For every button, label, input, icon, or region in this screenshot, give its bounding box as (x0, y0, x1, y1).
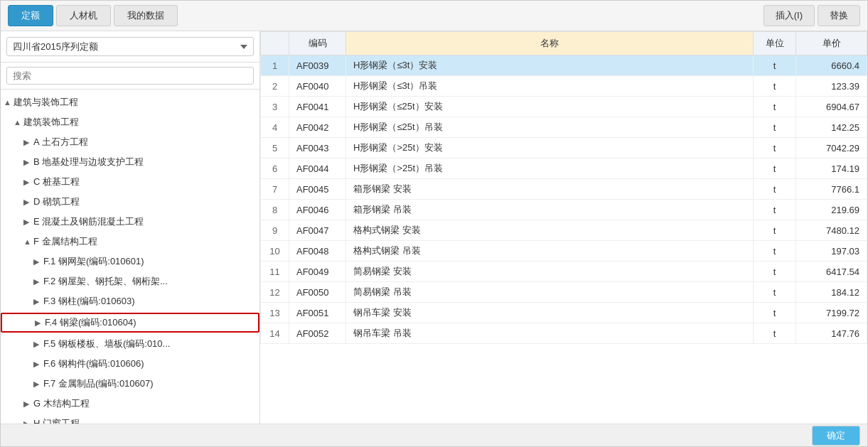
tree-label-F3[interactable]: ▶F.3 钢柱(编码:010603) (1, 293, 259, 310)
dropdown-area: 四川省2015序列定额 (1, 31, 259, 63)
row-num: 5 (261, 138, 289, 158)
table-row[interactable]: 10AF0048格构式钢梁 吊装t197.03 (261, 241, 867, 262)
row-num: 7 (261, 179, 289, 200)
tab-quota[interactable]: 定额 (8, 5, 53, 26)
tree-label-C[interactable]: ▶C 桩基工程 (1, 173, 259, 190)
tree-label-G[interactable]: ▶G 木结构工程 (1, 395, 259, 412)
row-name: 箱形钢梁 安装 (346, 179, 754, 200)
tree-text-jianzhu: 建筑与装饰工程 (14, 96, 78, 109)
tab-mydata[interactable]: 我的数据 (114, 5, 178, 26)
tree-label-F5[interactable]: ▶F.5 钢板楼板、墙板(编码:010... (1, 335, 259, 352)
replace-button[interactable]: 替换 (818, 5, 860, 26)
tree-label-E[interactable]: ▶E 混凝土及钢筋混凝土工程 (1, 213, 259, 230)
tree-text-A: A 土石方工程 (33, 136, 88, 149)
row-name: H形钢梁（≤3t）吊装 (346, 76, 754, 97)
row-unit: t (754, 117, 796, 138)
row-code: AF0052 (289, 323, 346, 344)
row-price: 219.69 (796, 200, 867, 220)
search-input[interactable] (6, 67, 254, 85)
tree-text-F7: F.7 金属制品(编码:010607) (43, 377, 154, 390)
table-row[interactable]: 2AF0040H形钢梁（≤3t）吊装t123.39 (261, 76, 867, 97)
tree-label-F[interactable]: ▲F 金属结构工程 (1, 233, 259, 250)
tree-node-B: ▶B 地基处理与边坡支护工程 (1, 152, 259, 172)
tree-text-F5: F.5 钢板楼板、墙板(编码:010... (43, 338, 170, 350)
tree-label-F1[interactable]: ▶F.1 钢网架(编码:010601) (1, 253, 259, 270)
table-row[interactable]: 7AF0045箱形钢梁 安装t7766.1 (261, 179, 867, 200)
tab-labor[interactable]: 人材机 (56, 5, 111, 26)
row-name: 钢吊车梁 吊装 (346, 323, 754, 344)
table-row[interactable]: 8AF0046箱形钢梁 吊装t219.69 (261, 200, 867, 220)
tree-text-G: G 木结构工程 (33, 397, 90, 410)
tree-arrow-jianzhu: ▲ (4, 98, 14, 107)
row-num: 11 (261, 262, 289, 282)
row-unit: t (754, 262, 796, 282)
row-code: AF0044 (289, 158, 346, 179)
row-code: AF0046 (289, 200, 346, 220)
row-price: 7766.1 (796, 179, 867, 200)
tree-label-jianzhu_zs[interactable]: ▲建筑装饰工程 (1, 114, 259, 131)
table-row[interactable]: 13AF0051钢吊车梁 安装t7199.72 (261, 303, 867, 323)
row-name: 钢吊车梁 安装 (346, 303, 754, 323)
tree-label-D[interactable]: ▶D 砌筑工程 (1, 193, 259, 210)
tree-label-F7[interactable]: ▶F.7 金属制品(编码:010607) (1, 375, 259, 392)
quota-dropdown[interactable]: 四川省2015序列定额 (6, 37, 254, 56)
tree-arrow-F: ▲ (23, 237, 33, 246)
row-num: 14 (261, 323, 289, 344)
table-row[interactable]: 4AF0042H形钢梁（≤25t）吊装t142.25 (261, 117, 867, 138)
row-code: AF0041 (289, 97, 346, 117)
table-row[interactable]: 11AF0049简易钢梁 安装t6417.54 (261, 262, 867, 282)
tree-label-jianzhu[interactable]: ▲建筑与装饰工程 (1, 94, 259, 111)
tree-label-F4[interactable]: ▶F.4 钢梁(编码:010604) (1, 313, 259, 333)
tree-node-F: ▲F 金属结构工程 (1, 232, 259, 252)
row-price: 7042.29 (796, 138, 867, 158)
tree-label-A[interactable]: ▶A 土石方工程 (1, 134, 259, 151)
tree-node-E: ▶E 混凝土及钢筋混凝土工程 (1, 212, 259, 232)
app-container: 定额人材机我的数据 插入(I) 替换 四川省2015序列定额 ▲建筑与装饰工程▲… (0, 0, 868, 447)
table-header: 编码 名称 单位 单价 (261, 32, 867, 55)
table-row[interactable]: 14AF0052钢吊车梁 吊装t147.76 (261, 323, 867, 344)
row-unit: t (754, 323, 796, 344)
confirm-button[interactable]: 确定 (812, 426, 860, 446)
row-num: 4 (261, 117, 289, 138)
table-body: 1AF0039H形钢梁（≤3t）安装t6660.42AF0040H形钢梁（≤3t… (261, 55, 867, 344)
table-row[interactable]: 3AF0041H形钢梁（≤25t）安装t6904.67 (261, 97, 867, 117)
row-name: H形钢梁（>25t）安装 (346, 138, 754, 158)
tree-text-D: D 砌筑工程 (33, 195, 80, 208)
tree-label-H[interactable]: ▶H 门窗工程 (1, 415, 259, 424)
tree-text-E: E 混凝土及钢筋混凝土工程 (33, 215, 144, 228)
table-row[interactable]: 1AF0039H形钢梁（≤3t）安装t6660.4 (261, 55, 867, 76)
col-code: 编码 (289, 32, 346, 55)
tree-arrow-F3: ▶ (33, 297, 43, 306)
insert-button[interactable]: 插入(I) (763, 5, 815, 26)
tree-node-F1: ▶F.1 钢网架(编码:010601) (1, 252, 259, 271)
row-unit: t (754, 158, 796, 179)
tree-node-C: ▶C 桩基工程 (1, 172, 259, 192)
row-code: AF0051 (289, 303, 346, 323)
table-row[interactable]: 12AF0050简易钢梁 吊装t184.12 (261, 282, 867, 303)
row-code: AF0045 (289, 179, 346, 200)
tree-node-F3: ▶F.3 钢柱(编码:010603) (1, 291, 259, 311)
row-name: 格构式钢梁 安装 (346, 220, 754, 241)
row-price: 7480.12 (796, 220, 867, 241)
row-code: AF0043 (289, 138, 346, 158)
tree-node-F2: ▶F.2 钢屋架、钢托架、钢桁架... (1, 271, 259, 291)
tree-node-F5: ▶F.5 钢板楼板、墙板(编码:010... (1, 334, 259, 354)
row-price: 147.76 (796, 323, 867, 344)
bottom-bar: 确定 (1, 424, 867, 446)
row-unit: t (754, 97, 796, 117)
tree-node-D: ▶D 砌筑工程 (1, 192, 259, 212)
row-price: 174.19 (796, 158, 867, 179)
tree-text-F4: F.4 钢梁(编码:010604) (45, 316, 136, 329)
table-row[interactable]: 6AF0044H形钢梁（>25t）吊装t174.19 (261, 158, 867, 179)
col-name: 名称 (346, 32, 754, 55)
tree-label-B[interactable]: ▶B 地基处理与边坡支护工程 (1, 154, 259, 171)
tree-label-F6[interactable]: ▶F.6 钢构件(编码:010606) (1, 355, 259, 372)
tree-label-F2[interactable]: ▶F.2 钢屋架、钢托架、钢桁架... (1, 273, 259, 290)
table-row[interactable]: 5AF0043H形钢梁（>25t）安装t7042.29 (261, 138, 867, 158)
row-unit: t (754, 55, 796, 76)
row-num: 12 (261, 282, 289, 303)
tree-arrow-B: ▶ (23, 158, 33, 167)
table-row[interactable]: 9AF0047格构式钢梁 安装t7480.12 (261, 220, 867, 241)
tree-text-C: C 桩基工程 (33, 176, 80, 188)
row-name: H形钢梁（>25t）吊装 (346, 158, 754, 179)
